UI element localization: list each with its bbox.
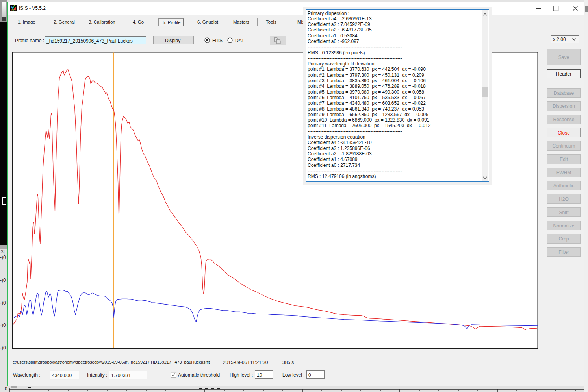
svg-text:ISIS: ISIS [11,9,15,11]
svg-text:0: 0 [5,386,7,392]
